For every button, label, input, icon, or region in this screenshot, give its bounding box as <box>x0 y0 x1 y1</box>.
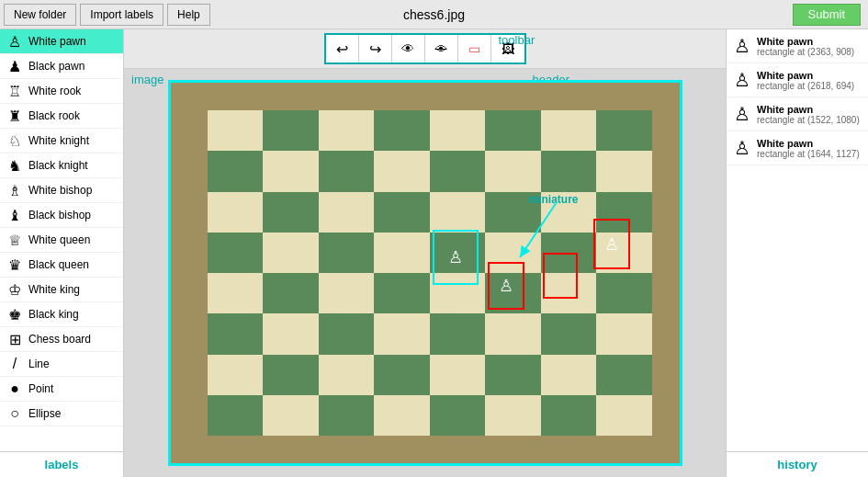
board-cell-1-0 <box>208 151 264 191</box>
new-folder-button[interactable]: New folder <box>4 4 76 26</box>
board-cell-1-1 <box>263 151 319 191</box>
labels-section-footer: labels <box>0 451 123 477</box>
sidebar-item-white-rook[interactable]: ♖White rook <box>0 79 123 104</box>
sidebar-item-label-white-king: White king <box>28 283 80 296</box>
board-cell-5-3 <box>374 313 430 354</box>
rectangle-button[interactable]: ▭ <box>458 35 491 62</box>
board-cell-5-2 <box>319 313 375 354</box>
white-bishop-icon: ♗ <box>6 181 24 199</box>
sidebar-item-label-black-king: Black king <box>28 308 79 321</box>
history-sub-2: rectangle at (1522, 1080) <box>757 115 860 125</box>
board-cell-0-5 <box>485 110 541 151</box>
undo-button[interactable]: ↩ <box>326 35 359 62</box>
hide-all-button[interactable]: 👁 <box>425 35 458 62</box>
black-bishop-icon: ♝ <box>6 206 24 224</box>
board-cell-0-1 <box>263 110 319 151</box>
black-knight-icon: ♞ <box>6 156 24 175</box>
file-title: chess6.jpg <box>403 7 465 22</box>
sidebar-item-black-rook[interactable]: ♜Black rook <box>0 104 123 129</box>
board-cell-3-3 <box>374 233 430 273</box>
history-item-1[interactable]: ♙White pawnrectangle at (2618, 694) <box>727 63 868 97</box>
sidebar-item-black-queen[interactable]: ♛Black queen <box>0 253 123 278</box>
ellipse-icon: ○ <box>6 404 24 423</box>
board-cell-5-6 <box>541 313 597 354</box>
board-cell-4-1 <box>263 273 319 313</box>
submit-button[interactable]: Submit <box>793 4 861 26</box>
sidebar-item-point[interactable]: ●Point <box>0 377 123 402</box>
black-king-icon: ♚ <box>6 305 24 324</box>
history-icon-1: ♙ <box>732 67 752 93</box>
board-cell-4-7 <box>596 273 652 313</box>
history-sub-1: rectangle at (2618, 694) <box>757 81 854 91</box>
history-text-3: White pawnrectangle at (1644, 1127) <box>757 138 860 159</box>
board-cell-6-6 <box>541 355 597 395</box>
white-pawn-icon: ♙ <box>6 32 24 51</box>
board-cell-3-2 <box>319 233 375 273</box>
history-icon-2: ♙ <box>732 101 752 127</box>
white-queen-icon: ♕ <box>6 231 24 249</box>
show-hide-button[interactable]: 👁 <box>392 35 425 62</box>
board-cell-1-7 <box>596 151 652 191</box>
sidebar-item-white-bishop[interactable]: ♗White bishop <box>0 178 123 203</box>
board-cell-4-6 <box>541 273 597 313</box>
sidebar-item-label-white-pawn: White pawn <box>28 35 86 48</box>
board-cell-7-3 <box>374 395 430 436</box>
help-button[interactable]: Help <box>167 4 210 26</box>
board-cell-6-3 <box>374 355 430 395</box>
board-cell-2-6 <box>541 192 597 233</box>
history-title-3: White pawn <box>757 138 860 149</box>
sidebar-item-white-queen[interactable]: ♕White queen <box>0 228 123 253</box>
sidebar-item-white-pawn[interactable]: ♙White pawn <box>0 29 123 54</box>
board-cell-1-4 <box>430 151 486 191</box>
history-item-0[interactable]: ♙White pawnrectangle at (2363, 908) <box>727 29 868 63</box>
board-cell-7-2 <box>319 395 375 436</box>
sidebar-item-black-pawn[interactable]: ♟Black pawn <box>0 54 123 79</box>
board-cell-2-5 <box>485 192 541 233</box>
board-cell-3-6 <box>541 233 597 273</box>
board-cell-2-7 <box>596 192 652 233</box>
sidebar-item-white-king[interactable]: ♔White king <box>0 278 123 302</box>
sidebar-item-chess-board[interactable]: ⊞Chess board <box>0 327 123 352</box>
board-cell-2-1 <box>263 192 319 233</box>
sidebar-item-black-king[interactable]: ♚Black king <box>0 302 123 327</box>
white-king-icon: ♔ <box>6 280 24 299</box>
history-item-2[interactable]: ♙White pawnrectangle at (1522, 1080) <box>727 97 868 131</box>
board-cell-6-7 <box>596 355 652 395</box>
history-sub-3: rectangle at (1644, 1127) <box>757 149 860 159</box>
board-cell-5-7 <box>596 313 652 354</box>
board-cell-0-4 <box>430 110 486 151</box>
board-cell-6-1 <box>263 355 319 395</box>
board-cell-6-2 <box>319 355 375 395</box>
board-cell-6-5 <box>485 355 541 395</box>
board-cell-1-2 <box>319 151 375 191</box>
sidebar-item-black-knight[interactable]: ♞Black knight <box>0 153 123 178</box>
history-text-2: White pawnrectangle at (1522, 1080) <box>757 104 860 125</box>
top-bar: New folder Import labels Help chess6.jpg… <box>0 0 868 29</box>
board-cell-4-0 <box>208 273 264 313</box>
board-cell-4-3 <box>374 273 430 313</box>
sidebar-item-white-knight[interactable]: ♘White knight <box>0 129 123 153</box>
sidebar-item-label-white-bishop: White bishop <box>28 184 92 197</box>
redo-button[interactable]: ↪ <box>359 35 392 62</box>
sidebar-item-black-bishop[interactable]: ♝Black bishop <box>0 203 123 228</box>
board-cell-2-0 <box>208 192 264 233</box>
line-icon: / <box>6 355 24 373</box>
sidebar-item-line[interactable]: /Line <box>0 352 123 377</box>
chess-image-container[interactable]: ♙ ♙ ♙ miniature <box>168 80 682 466</box>
board-cell-1-3 <box>374 151 430 191</box>
image-area: image header ♙ ♙ <box>124 69 726 477</box>
board-cell-0-7 <box>596 110 652 151</box>
import-labels-button[interactable]: Import labels <box>80 4 163 26</box>
sidebar-item-label-black-rook: Black rook <box>28 109 80 122</box>
board-cell-0-0 <box>208 110 264 151</box>
board-cell-7-5 <box>485 395 541 436</box>
board-cell-0-3 <box>374 110 430 151</box>
sidebar-item-label-chess-board: Chess board <box>28 333 91 346</box>
board-cell-6-4 <box>430 355 486 395</box>
main-layout: ♙White pawn♟Black pawn♖White rook♜Black … <box>0 29 868 477</box>
chess-board-icon: ⊞ <box>6 330 24 348</box>
history-item-3[interactable]: ♙White pawnrectangle at (1644, 1127) <box>727 131 868 165</box>
sidebar-item-ellipse[interactable]: ○Ellipse <box>0 402 123 426</box>
board-cell-6-0 <box>208 355 264 395</box>
board-cell-2-4 <box>430 192 486 233</box>
